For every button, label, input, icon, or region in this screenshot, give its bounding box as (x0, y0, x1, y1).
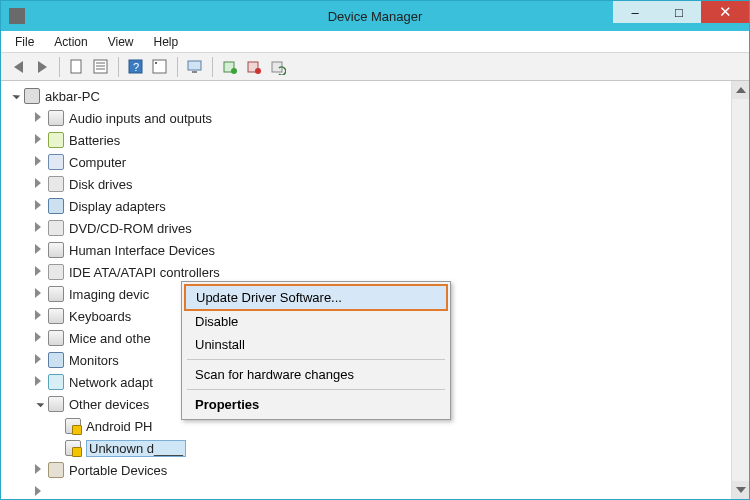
tree-category-label: Computer (69, 155, 126, 170)
expander-icon[interactable] (33, 134, 45, 146)
tree-category-label: Monitors (69, 353, 119, 368)
context-menu-item[interactable]: Properties (185, 393, 447, 416)
scroll-up-button[interactable] (732, 81, 750, 99)
category-icon (48, 308, 64, 324)
expander-icon[interactable] (33, 486, 45, 498)
expander-icon[interactable] (33, 354, 45, 366)
tree-category-truncated[interactable] (3, 481, 731, 499)
device-warning-icon (65, 418, 81, 434)
computer-root-icon (24, 88, 40, 104)
expander-icon[interactable] (33, 332, 45, 344)
minimize-button[interactable]: – (613, 1, 657, 23)
expander-icon[interactable] (33, 288, 45, 300)
tree-category[interactable]: Audio inputs and outputs (3, 107, 731, 129)
category-icon (48, 242, 64, 258)
category-icon (48, 352, 64, 368)
content-area: akbar-PC Audio inputs and outputsBatteri… (1, 81, 749, 499)
tree-category[interactable]: Computer (3, 151, 731, 173)
tree-category[interactable]: IDE ATA/ATAPI controllers (3, 261, 731, 283)
expander-icon[interactable] (33, 112, 45, 124)
svg-point-14 (255, 68, 261, 74)
disable-button[interactable] (243, 56, 265, 78)
category-icon (48, 286, 64, 302)
menu-help[interactable]: Help (144, 35, 189, 49)
maximize-button[interactable]: □ (657, 1, 701, 23)
svg-rect-10 (192, 71, 197, 73)
tree-category-label: DVD/CD-ROM drives (69, 221, 192, 236)
expander-icon[interactable] (33, 156, 45, 168)
menu-file[interactable]: File (5, 35, 44, 49)
context-menu-item[interactable]: Uninstall (185, 333, 447, 356)
expander-icon[interactable] (33, 200, 45, 212)
help-button[interactable]: ? (125, 56, 147, 78)
tree-root[interactable]: akbar-PC (3, 85, 731, 107)
toolbar-separator (59, 57, 60, 77)
properties-icon (152, 59, 168, 75)
toolbar-separator (212, 57, 213, 77)
menu-action[interactable]: Action (44, 35, 97, 49)
context-menu-item[interactable]: Disable (185, 310, 447, 333)
context-menu: Update Driver Software...DisableUninstal… (181, 281, 451, 420)
device-red-icon (246, 59, 262, 75)
tree-category[interactable]: DVD/CD-ROM drives (3, 217, 731, 239)
tree-category[interactable]: Disk drives (3, 173, 731, 195)
category-icon (48, 198, 64, 214)
arrow-right-icon (38, 61, 47, 73)
tree-device-label: Unknown d____ (86, 440, 186, 457)
close-button[interactable]: ✕ (701, 1, 749, 23)
tree-category[interactable]: Human Interface Devices (3, 239, 731, 261)
scan-button[interactable] (90, 56, 112, 78)
svg-rect-8 (155, 62, 157, 64)
help-icon: ? (128, 59, 144, 75)
expander-icon[interactable] (33, 310, 45, 322)
menu-view[interactable]: View (98, 35, 144, 49)
expander-icon[interactable] (33, 244, 45, 256)
tree-category-label: Audio inputs and outputs (69, 111, 212, 126)
monitor-icon (187, 59, 203, 75)
forward-button[interactable] (31, 56, 53, 78)
window-controls: – □ ✕ (613, 1, 749, 23)
expander-icon[interactable] (9, 90, 21, 102)
list-icon (93, 59, 109, 75)
expander-icon[interactable] (33, 178, 45, 190)
tree-category-label: Portable Devices (69, 463, 167, 478)
device-green-icon (222, 59, 238, 75)
svg-point-12 (231, 68, 237, 74)
enable-button[interactable] (219, 56, 241, 78)
tree-category-label: Imaging devic (69, 287, 149, 302)
vertical-scrollbar[interactable] (731, 81, 749, 499)
tree-category-label: Other devices (69, 397, 149, 412)
expander-icon[interactable] (33, 398, 45, 410)
tree-category-label: Keyboards (69, 309, 131, 324)
expander-icon[interactable] (33, 266, 45, 278)
context-menu-item[interactable]: Update Driver Software... (184, 284, 448, 311)
svg-rect-7 (153, 60, 166, 73)
arrow-left-icon (14, 61, 23, 73)
category-icon (48, 176, 64, 192)
expander-icon[interactable] (33, 222, 45, 234)
title-bar[interactable]: Device Manager – □ ✕ (1, 1, 749, 31)
tree-category[interactable]: Batteries (3, 129, 731, 151)
tree-category[interactable]: Portable Devices (3, 459, 731, 481)
category-icon (48, 374, 64, 390)
tree-category-label: Network adapt (69, 375, 153, 390)
context-menu-item[interactable]: Scan for hardware changes (185, 363, 447, 386)
update-driver-button[interactable] (184, 56, 206, 78)
svg-rect-9 (188, 61, 201, 70)
tree-category[interactable]: Display adapters (3, 195, 731, 217)
properties-button[interactable] (149, 56, 171, 78)
context-menu-separator (187, 359, 445, 360)
tree-device-item[interactable]: Unknown d____ (3, 437, 731, 459)
tree-category-label: Mice and othe (69, 331, 151, 346)
expander-icon[interactable] (33, 376, 45, 388)
scroll-down-button[interactable] (732, 481, 750, 499)
expander-icon[interactable] (33, 464, 45, 476)
category-icon (48, 330, 64, 346)
show-hidden-button[interactable] (66, 56, 88, 78)
category-icon (48, 462, 64, 478)
menu-bar: File Action View Help (1, 31, 749, 53)
uninstall-button[interactable] (267, 56, 289, 78)
category-icon (48, 110, 64, 126)
back-button[interactable] (7, 56, 29, 78)
tree-category-label: Display adapters (69, 199, 166, 214)
